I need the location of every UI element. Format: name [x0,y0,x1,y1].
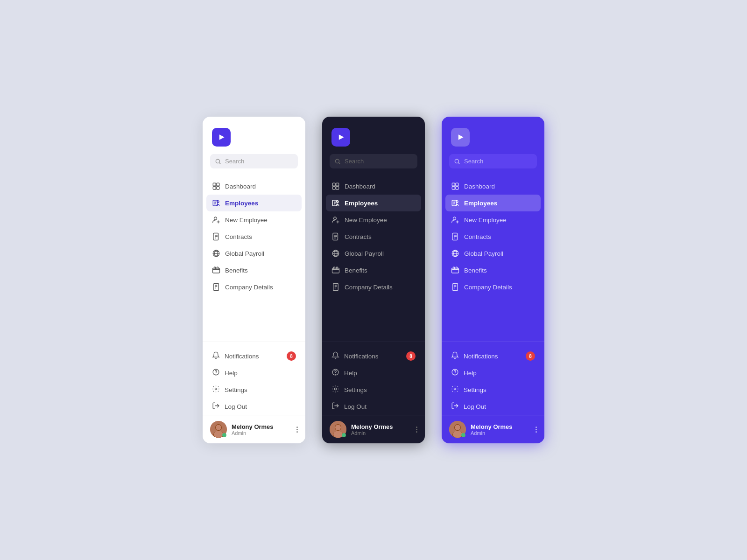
nav-item-new-employee[interactable]: New Employee [445,211,541,228]
nav-item-benefits[interactable]: Benefits [445,262,541,279]
search-icon [334,158,341,165]
nav-label-contracts: Contracts [225,233,252,240]
svg-marker-82 [458,134,464,140]
nav-label-employees: Employees [464,200,497,207]
nav-item-benefits[interactable]: Benefits [206,262,302,279]
avatar-wrap [330,421,346,438]
dashboard-icon [451,182,459,190]
help-item[interactable]: Help [445,364,541,381]
search-input[interactable] [210,154,298,168]
help-item[interactable]: Help [326,364,421,381]
svg-rect-85 [452,183,455,186]
online-indicator [222,433,226,437]
logout-icon [212,402,220,411]
employees-icon [212,199,220,207]
user-section[interactable]: Melony Ormes Admin [203,415,305,443]
avatar-wrap [449,421,466,438]
svg-rect-86 [456,183,458,186]
panels-container: Dashboard Employees New Employee Contrac… [184,89,563,471]
svg-line-43 [339,162,340,164]
notifications-label: Notifications [464,353,498,360]
nav-label-global-payroll: Global Payroll [464,250,503,257]
svg-rect-4 [217,183,219,186]
nav-label-dashboard: Dashboard [225,183,256,190]
logo-area [442,117,544,154]
nav-item-company-details[interactable]: Company Details [445,279,541,295]
nav-label-company-details: Company Details [464,284,512,291]
nav-item-new-employee[interactable]: New Employee [326,211,421,228]
sidebar-dark: Dashboard Employees New Employee Contrac… [322,117,425,443]
logout-item[interactable]: Log Out [326,398,421,415]
global-payroll-icon [212,249,220,258]
nav-item-dashboard[interactable]: Dashboard [206,178,302,195]
more-options-icon[interactable] [416,427,417,433]
svg-rect-5 [213,187,216,189]
svg-point-83 [455,159,458,163]
nav-item-global-payroll[interactable]: Global Payroll [206,245,302,262]
user-section[interactable]: Melony Ormes Admin [442,415,544,443]
settings-item[interactable]: Settings [445,381,541,398]
search-input[interactable] [449,154,537,168]
svg-point-93 [456,201,458,203]
new-employee-icon [451,216,459,224]
nav-item-new-employee[interactable]: New Employee [206,211,302,228]
nav-item-dashboard[interactable]: Dashboard [326,178,421,195]
app-logo[interactable] [331,128,350,147]
bell-icon [451,351,459,361]
dashboard-icon [331,182,340,190]
svg-line-2 [219,162,221,164]
nav-item-dashboard[interactable]: Dashboard [445,178,541,195]
svg-point-11 [217,201,219,203]
sidebar-bottom: Notifications 8 Help Settings Log Out [203,342,305,415]
search-area [322,154,425,178]
nav-label-benefits: Benefits [225,267,248,274]
app-logo[interactable] [212,128,231,147]
svg-rect-47 [336,187,339,189]
nav-label-benefits: Benefits [464,267,487,274]
nav-label-contracts: Contracts [464,233,491,240]
help-label: Help [344,370,357,377]
svg-rect-24 [213,268,220,273]
svg-rect-87 [452,187,455,189]
nav-item-employees[interactable]: Employees [206,195,302,211]
svg-point-34 [215,388,217,390]
nav-item-company-details[interactable]: Company Details [326,279,421,295]
nav-label-global-payroll: Global Payroll [225,250,264,257]
more-options-icon[interactable] [536,427,537,433]
logout-icon [331,402,339,411]
svg-point-115 [455,374,455,375]
logout-item[interactable]: Log Out [445,398,541,415]
help-item[interactable]: Help [206,364,302,381]
nav-item-contracts[interactable]: Contracts [445,228,541,245]
nav-item-contracts[interactable]: Contracts [326,228,421,245]
more-options-icon[interactable] [296,427,298,433]
nav-item-employees[interactable]: Employees [445,195,541,211]
user-role: Admin [232,430,292,436]
help-label: Help [225,370,238,377]
nav-item-employees[interactable]: Employees [326,195,421,211]
app-logo[interactable] [451,128,470,147]
nav-section: Dashboard Employees New Employee Contrac… [322,178,425,319]
nav-item-contracts[interactable]: Contracts [206,228,302,245]
nav-item-company-details[interactable]: Company Details [206,279,302,295]
nav-label-new-employee: New Employee [225,217,268,224]
logout-label: Log Out [225,403,247,410]
sidebar-bottom: Notifications 8 Help Settings Log Out [442,342,544,415]
sidebar-light: Dashboard Employees New Employee Contrac… [203,117,305,443]
notifications-item[interactable]: Notifications 8 [445,348,541,364]
online-indicator [461,433,465,437]
svg-point-116 [454,388,456,390]
user-section[interactable]: Melony Ormes Admin [322,415,425,443]
nav-item-global-payroll[interactable]: Global Payroll [326,245,421,262]
settings-item[interactable]: Settings [206,381,302,398]
search-input[interactable] [330,154,417,168]
notifications-item[interactable]: Notifications 8 [326,348,421,364]
notifications-item[interactable]: Notifications 8 [206,348,302,364]
nav-item-global-payroll[interactable]: Global Payroll [445,245,541,262]
svg-point-94 [453,217,456,220]
settings-item[interactable]: Settings [326,381,421,398]
nav-item-benefits[interactable]: Benefits [326,262,421,279]
logout-item[interactable]: Log Out [206,398,302,415]
logo-area [322,117,425,154]
nav-label-benefits: Benefits [345,267,367,274]
